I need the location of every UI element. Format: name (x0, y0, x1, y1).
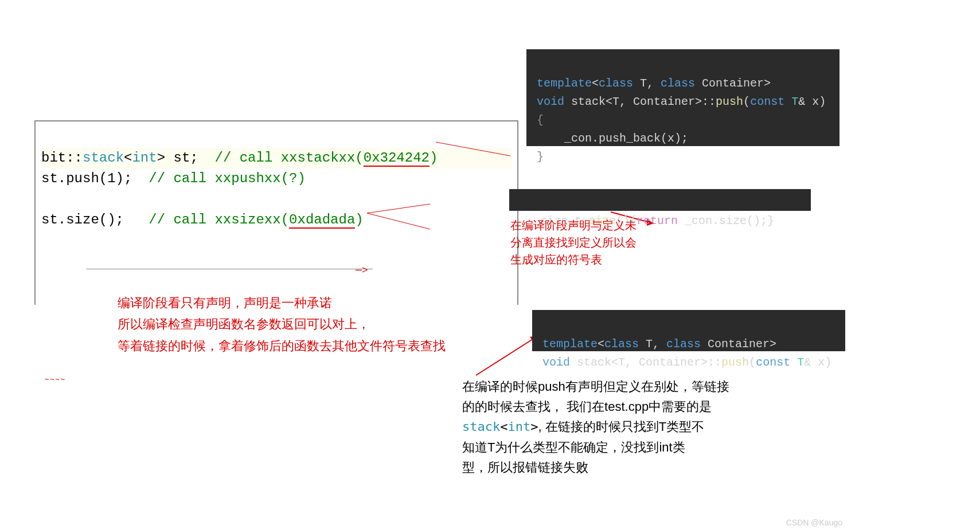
t: stack (577, 356, 611, 369)
t: T (790, 356, 804, 369)
code-text: > st; (157, 150, 215, 166)
t: < (598, 337, 604, 351)
note-text: , 在链接的时候只找到T类型不 (538, 419, 704, 434)
kw: template (537, 77, 592, 90)
kw: class (661, 77, 695, 90)
red-note-line: 分离直接找到定义所以会 (510, 234, 682, 251)
code-comment: // call xxstackxx( (215, 150, 364, 166)
note-line: 在编译的时候push有声明但定义在别处，等链接 (462, 376, 755, 396)
t: } (537, 150, 544, 163)
note-line: 型，所以报错链接失败 (462, 457, 755, 477)
t: x) (818, 356, 831, 369)
code-inline: int (507, 419, 530, 434)
t: stack (571, 95, 606, 108)
t (570, 356, 577, 369)
kw: void (537, 95, 564, 108)
code-ns: bit (41, 150, 66, 166)
code-comment-addr: 0x324242 (364, 150, 430, 167)
t: & (798, 95, 812, 108)
black-note-link-error: 在编译的时候push有声明但定义在别处，等链接 的的时候去查找， 我们在test… (462, 376, 755, 477)
watermark: CSDN @Kaugo (786, 518, 842, 527)
red-note-line: 编译阶段看只有声明，声明是一种承诺 (118, 292, 473, 313)
t: _con.push_back(x); (537, 132, 688, 145)
red-note-line: 等着链接的时候，拿着修饰后的函数去其他文件符号表查找 (118, 335, 473, 356)
fn: push (716, 95, 743, 108)
dark-code-box-push-decl: template<class T, class Container> void … (532, 310, 845, 351)
code-blank (41, 191, 49, 207)
divider-line (86, 269, 373, 269)
note-line: 知道T为什么类型不能确定，没找到int类 (462, 437, 755, 457)
code-type-stack: stack (83, 150, 124, 166)
kw: template (542, 337, 598, 351)
t: T (784, 95, 798, 108)
kw: const (750, 95, 784, 108)
t: T, (639, 337, 666, 351)
dark-code-box-push-def: template<class T, class Container> void … (526, 49, 840, 146)
red-note-left: 编译阶段看只有声明，声明是一种承诺 所以编译检查声明函数名参数返回可以对上， 等… (118, 292, 473, 356)
red-note-line: 在编译阶段声明与定义未 (510, 217, 682, 234)
t: Container> (701, 337, 776, 351)
code-inline: stack (462, 419, 500, 434)
t: _con.size();} (678, 214, 774, 227)
t: <T, Container> (611, 356, 708, 369)
code-comment: // call xxsizexx( (149, 212, 289, 227)
t: ( (743, 95, 750, 108)
t (564, 95, 571, 108)
t: :: (708, 356, 721, 369)
kw: class (599, 77, 633, 90)
svg-line-5 (476, 335, 539, 375)
t: <T, Container> (606, 95, 702, 108)
code-type-int: int (132, 150, 157, 166)
fn: push (721, 356, 749, 369)
t: T, (633, 77, 661, 90)
t: ( (749, 356, 756, 369)
code-text: st.size(); (41, 212, 149, 227)
code-text: st.push(1); (41, 171, 149, 186)
left-code-snippet: bit::stack<int> st; // call xxstackxx(0x… (34, 120, 518, 305)
red-note-line: 所以编译检查声明函数名参数返回可以对上， (118, 313, 473, 335)
note-line: stack<int>, 在链接的时候只找到T类型不 (462, 417, 755, 437)
code-text: < (124, 150, 132, 166)
t: < (592, 77, 599, 90)
code-inline: < (500, 419, 507, 434)
code-inline: > (530, 419, 538, 434)
t: & (804, 356, 818, 369)
code-comment: ) (355, 212, 363, 227)
kw: const (756, 356, 790, 369)
red-note-right: 在编译阶段声明与定义未 分离直接找到定义所以会 生成对应的符号表 (510, 217, 682, 268)
t: { (537, 113, 544, 127)
note-line: 的的时候去查找， 我们在test.cpp中需要的是 (462, 396, 755, 417)
t: x) (812, 95, 826, 108)
red-note-line: 生成对应的符号表 (510, 251, 682, 268)
t: :: (702, 95, 716, 108)
kw: class (666, 337, 701, 351)
code-comment: // call xxpushxx(?) (149, 171, 306, 186)
red-squiggle-mark: ~~~~ (45, 375, 66, 383)
code-comment: ) (430, 150, 438, 166)
code-text: :: (66, 150, 83, 166)
t: Container> (695, 77, 771, 90)
red-arrowhead-mark: ─> (356, 265, 368, 276)
kw: void (542, 356, 570, 369)
code-comment-addr: 0xdadada (289, 212, 355, 229)
dark-code-box-size: size_t size(){return _con.size();} (509, 189, 811, 211)
kw: class (604, 337, 639, 351)
